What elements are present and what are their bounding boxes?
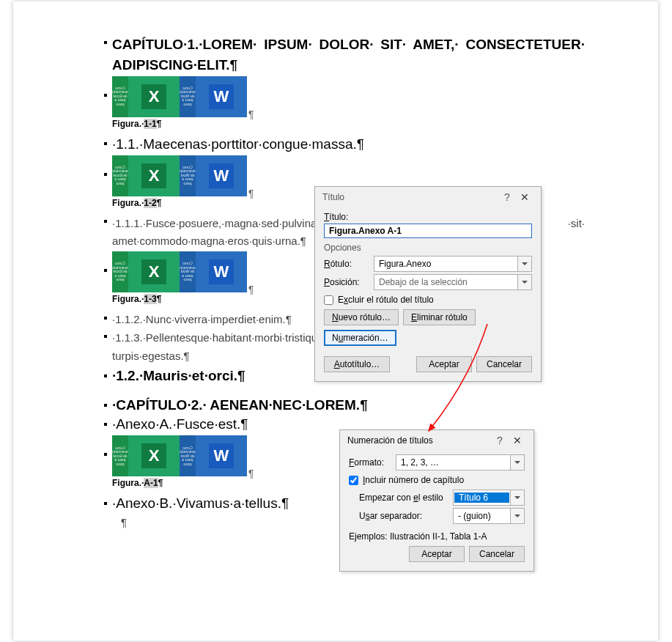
accel-key: s	[366, 511, 370, 521]
combo-value: - (guion)	[454, 511, 510, 521]
combo-value: Debajo de la selección	[374, 277, 517, 287]
posicion-label: Posición:	[324, 277, 368, 287]
caption-dialog[interactable]: Título ? ✕ Título: Opciones Rótulo: Figu…	[314, 186, 542, 382]
dialog-title: Numeración de títulos	[347, 435, 491, 446]
word-icon: W	[209, 84, 234, 109]
close-icon[interactable]: ✕	[516, 191, 533, 203]
button-row-1: Nuevo rótulo… Eliminar rótulo Numeración…	[324, 309, 532, 346]
accel-key: P	[324, 277, 330, 287]
checkbox-input[interactable]	[324, 295, 333, 305]
new-label-button[interactable]: Nuevo rótulo…	[324, 309, 399, 325]
pilcrow-mark: ¶	[248, 284, 254, 295]
excel-book-image: Curso avanzado de Excel paso a paso X	[112, 435, 180, 476]
word-book-image: Curso avanzado de Word paso a paso W	[180, 435, 247, 476]
h3-text: ·1.1.2.·Nunc·viverra·imperdiet·enim.¶	[112, 313, 292, 325]
book-spine: Curso avanzado de Word paso a paso	[180, 435, 196, 476]
separator-row: Usar separador: - (guion)	[359, 508, 525, 524]
button-row: Aceptar Cancelar	[349, 546, 525, 562]
h2-text: ·Anexo·A.·Fusce·est.¶	[112, 416, 248, 432]
caption-number: 1-1	[144, 119, 156, 129]
excel-book-image: Curso avanzado de Excel paso a paso X	[112, 76, 180, 117]
combo-value: Título 6	[454, 492, 509, 503]
book-spine: Curso avanzado de Word paso a paso	[180, 251, 196, 292]
para-bullet	[104, 220, 107, 223]
para-bullet	[104, 502, 107, 505]
caption-numbering-dialog[interactable]: Numeración de títulos ? ✕ Formato: 1, 2,…	[339, 429, 534, 572]
excel-icon: X	[141, 443, 166, 468]
accel-key: N	[332, 312, 339, 322]
combo-value: Figura.Anexo	[374, 259, 517, 269]
dialog-titlebar[interactable]: Título ? ✕	[315, 187, 541, 206]
help-icon[interactable]: ?	[498, 191, 516, 203]
checkbox-label: Incluir número de capítulo	[363, 475, 464, 485]
h2-text: ·1.2.·Mauris·et·orci.¶	[112, 368, 245, 383]
accel-key: I	[363, 475, 365, 485]
figure-caption-1: Figura.·1-1¶	[112, 119, 585, 129]
chevron-down-icon[interactable]	[510, 490, 524, 505]
format-combo[interactable]: 1, 2, 3, …	[396, 454, 525, 471]
rotulo-combo[interactable]: Figura.Anexo	[374, 256, 532, 272]
numbering-button[interactable]: Numeración…	[324, 330, 396, 346]
chevron-down-icon[interactable]	[510, 509, 524, 523]
autocaption-button[interactable]: Autotítulo…	[324, 356, 390, 372]
heading1-text-line1: CAPÍTULO·1.·LOREM· IPSUM· DOLOR· SIT· AM…	[112, 37, 585, 52]
chevron-down-icon[interactable]	[517, 275, 531, 289]
include-chapter-checkbox[interactable]: Incluir número de capítulo	[349, 475, 525, 485]
chevron-down-icon[interactable]	[517, 257, 531, 271]
ok-button[interactable]: Aceptar	[416, 356, 472, 372]
caption-title-input[interactable]	[324, 224, 532, 238]
delete-label-button[interactable]: Eliminar rótulo	[403, 309, 476, 325]
checkbox-input[interactable]	[349, 476, 358, 485]
posicion-combo[interactable]: Debajo de la selección	[374, 274, 532, 290]
book-cover: X	[128, 435, 180, 476]
para-bullet	[104, 173, 107, 176]
title-label: Título:	[324, 212, 532, 222]
book-spine: Curso avanzado de Excel paso a paso	[112, 435, 128, 476]
book-cover: W	[196, 435, 247, 476]
excel-icon: X	[141, 259, 166, 284]
help-icon[interactable]: ?	[491, 435, 509, 446]
para-bullet	[104, 41, 107, 44]
start-style-combo[interactable]: Título 6	[453, 490, 525, 506]
ok-button[interactable]: Aceptar	[409, 546, 465, 562]
options-label: Opciones	[324, 243, 532, 253]
para-bullet	[104, 404, 107, 407]
dialog-body: Título: Opciones Rótulo: Figura.Anexo Po…	[315, 206, 541, 381]
accel-key: T	[324, 212, 329, 222]
separator-combo[interactable]: - (guion)	[453, 508, 525, 524]
button-row-2: Autotítulo… Aceptar Cancelar	[324, 356, 532, 372]
dialog-title: Título	[322, 192, 498, 202]
h3-text-b: ·sit·	[568, 215, 585, 232]
cancel-button[interactable]: Cancelar	[476, 356, 532, 372]
accel-key: R	[324, 259, 331, 269]
exclude-label-checkbox[interactable]: Excluir el rótulo del título	[324, 295, 532, 305]
h3-text-b: turpis·egestas.¶	[112, 350, 190, 362]
excel-icon: X	[141, 163, 166, 188]
caption-end: ¶	[157, 198, 162, 208]
para-bullet	[104, 335, 107, 338]
para-bullet	[104, 453, 107, 456]
close-icon[interactable]: ✕	[509, 435, 526, 446]
book-spine: Curso avanzado de Word paso a paso	[180, 155, 196, 196]
caption-prefix: Figura.·	[112, 198, 144, 208]
label-row-posicion: Posición: Debajo de la selección	[324, 274, 532, 290]
accel-key: x	[344, 295, 348, 305]
book-spine: Curso avanzado de Excel paso a paso	[112, 155, 128, 196]
book-cover: X	[128, 155, 180, 196]
caption-end: ¶	[157, 294, 162, 304]
h2-text: ·Anexo·B.·Vivamus·a·tellus.¶	[112, 495, 289, 511]
dialog-body: Formato: 1, 2, 3, … Incluir número de ca…	[340, 449, 533, 571]
book-spine: Curso avanzado de Excel paso a paso	[112, 251, 128, 292]
checkbox-label: Excluir el rótulo del título	[338, 295, 434, 305]
cancel-button[interactable]: Cancelar	[469, 546, 525, 562]
start-style-label: Empezar con el estilo	[359, 492, 447, 503]
pilcrow-mark: ¶	[248, 468, 254, 479]
chevron-down-icon[interactable]	[510, 455, 524, 470]
dialog-titlebar[interactable]: Numeración de títulos ? ✕	[340, 430, 533, 449]
pilcrow-mark: ¶	[121, 516, 127, 528]
para-bullet	[104, 317, 107, 320]
start-style-row: Empezar con el estilo Título 6	[359, 490, 525, 506]
para-bullet	[104, 142, 107, 145]
word-book-image: Curso avanzado de Word paso a paso W	[180, 251, 247, 292]
word-book-image: Curso avanzado de Word paso a paso W	[180, 76, 247, 117]
